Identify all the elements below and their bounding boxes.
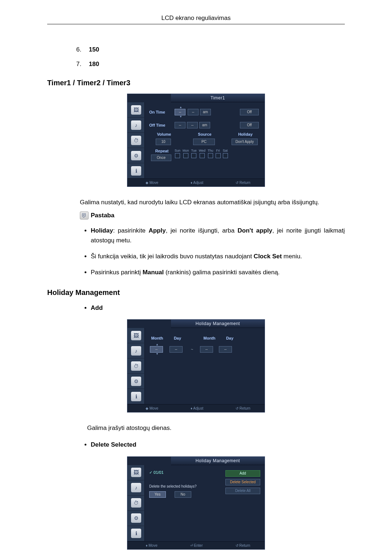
- no-button[interactable]: No: [175, 491, 191, 498]
- picture-icon: 🖼: [127, 465, 145, 480]
- osd-footer: ◆ Move ♦ Adjust ↺ Return: [127, 404, 265, 412]
- footer-return: ↺ Return: [232, 181, 250, 185]
- osd-footer: ◆ Move ♦ Adjust ↺ Return: [127, 178, 265, 186]
- list-number: 7.: [76, 61, 87, 68]
- holiday-delete-osd: Holiday Management 🖼 ♪ ⏱ ⚙ ℹ ✓ 01/01 Del…: [127, 456, 265, 550]
- add-label: Add: [91, 304, 103, 311]
- sound-icon: ♪: [127, 480, 145, 496]
- note-label: Pastaba: [91, 212, 114, 219]
- sound-icon: ♪: [127, 343, 145, 358]
- info-icon: ℹ: [127, 389, 145, 404]
- on-time-status[interactable]: Off: [240, 109, 259, 115]
- timer-note-holiday: Holiday: pasirinkite Apply, jei norite i…: [91, 226, 345, 245]
- holiday-add-osd: Holiday Management 🖼 ♪ ⏱ ⚙ ℹ Month Da: [127, 319, 265, 413]
- list-value: 150: [89, 46, 99, 53]
- delete-prompt: Delete the selected holidays?: [149, 484, 222, 488]
- day-checkbox[interactable]: [223, 153, 228, 158]
- page-header: LCD ekrano reguliavimas: [47, 15, 345, 24]
- day-checkbox[interactable]: [191, 153, 196, 158]
- footer-move: ♦ Move: [142, 543, 158, 547]
- timer-note-clockset: Ši funkcija veikia, tik jei laikrodis bu…: [91, 252, 345, 261]
- footer-adjust: ♦ Adjust: [187, 406, 203, 410]
- day-label: Tue: [191, 149, 197, 152]
- settings-icon: ⚙: [127, 511, 145, 526]
- on-time-ampm[interactable]: am: [200, 109, 211, 115]
- footer-enter: ⏎ Enter: [186, 543, 203, 547]
- day-checkboxes: Sun Mon Tue Wed Thu Fri Sat: [175, 149, 228, 158]
- picture-icon: 🖼: [127, 328, 145, 343]
- source-label: Source: [198, 132, 211, 136]
- timer-osd-screenshot: Timer1 🖼 ♪ ⏱ ⚙ ℹ On Time ▲ -- ▼: [127, 94, 265, 187]
- day-checkbox[interactable]: [183, 153, 188, 158]
- info-icon: ℹ: [127, 163, 145, 178]
- holiday-date-row[interactable]: ✓ 01/01: [149, 470, 222, 475]
- off-time-hour[interactable]: --: [175, 122, 185, 128]
- delete-selected-item: Delete Selected: [91, 440, 345, 450]
- timer-note-manual: Pasirinkus parinktį Manual (rankinis) ga…: [91, 268, 345, 277]
- day-checkbox[interactable]: [216, 153, 221, 158]
- yes-button[interactable]: Yes: [149, 491, 166, 498]
- day-label: Mon: [183, 149, 189, 152]
- footer-move: ◆ Move: [142, 406, 158, 410]
- off-time-ampm[interactable]: am: [199, 122, 210, 128]
- on-time-label: On Time: [149, 110, 175, 114]
- osd-title: Holiday Management: [171, 320, 265, 328]
- off-time-min[interactable]: --: [187, 122, 198, 128]
- volume-label: Volume: [157, 132, 171, 136]
- list-item: 7. 180: [76, 61, 345, 68]
- osd-title: Timer1: [171, 94, 265, 102]
- holiday-value[interactable]: Don't Apply: [232, 139, 258, 145]
- add-item: Add: [91, 303, 345, 313]
- list-value: 180: [89, 61, 99, 67]
- day-label: Thu: [208, 149, 213, 152]
- day-label: Day: [174, 336, 181, 340]
- day-label: Sun: [175, 149, 180, 152]
- delete-selected-label: Delete Selected: [91, 441, 136, 448]
- day-label: Wed: [199, 149, 205, 152]
- numbered-list: 6. 150 7. 180: [76, 46, 345, 68]
- off-time-label: Off Time: [149, 123, 175, 127]
- start-month[interactable]: --: [150, 346, 163, 353]
- timer-icon: ⏱: [127, 133, 145, 148]
- info-icon: ℹ: [127, 526, 145, 541]
- off-time-status[interactable]: Off: [240, 122, 259, 128]
- volume-value[interactable]: 10: [156, 139, 171, 145]
- repeat-value[interactable]: Once: [151, 155, 171, 161]
- repeat-label: Repeat: [155, 149, 169, 153]
- start-day[interactable]: --: [170, 346, 183, 353]
- footer-return: ↺ Return: [232, 543, 250, 547]
- section-heading-timer: Timer1 / Timer2 / Timer3: [47, 79, 345, 87]
- osd-title: Holiday Management: [171, 457, 265, 465]
- delete-selected-button[interactable]: Delete Selected: [225, 479, 260, 485]
- sound-icon: ♪: [127, 118, 145, 133]
- day-label: Fri: [216, 149, 220, 152]
- holiday-add-desc: Galima įrašyti atostogų dienas.: [87, 423, 345, 433]
- end-day[interactable]: --: [219, 346, 232, 353]
- timer-icon: ⏱: [127, 358, 145, 374]
- delete-all-button[interactable]: Delete All: [225, 488, 260, 494]
- note-icon: [80, 212, 89, 219]
- footer-adjust: ♦ Adjust: [187, 181, 203, 185]
- timer-description: Galima nustatyti, kad nurodytu laiku LCD…: [80, 198, 345, 207]
- osd-sidebar: 🖼 ♪ ⏱ ⚙ ℹ: [127, 102, 145, 178]
- add-button[interactable]: Add: [225, 470, 260, 477]
- settings-icon: ⚙: [127, 374, 145, 389]
- day-checkbox[interactable]: [200, 153, 205, 158]
- day-checkbox[interactable]: [208, 153, 213, 158]
- footer-move: ◆ Move: [142, 181, 158, 185]
- day-label: Sat: [223, 149, 228, 152]
- picture-icon: 🖼: [127, 102, 145, 118]
- on-time-min[interactable]: --: [188, 109, 199, 115]
- timer-icon: ⏱: [127, 496, 145, 511]
- section-heading-holiday: Holiday Management: [47, 288, 345, 297]
- on-time-hour[interactable]: --: [175, 109, 185, 115]
- osd-footer: ♦ Move ⏎ Enter ↺ Return: [127, 541, 265, 549]
- source-value[interactable]: PC: [193, 139, 215, 145]
- settings-icon: ⚙: [127, 148, 145, 163]
- list-number: 6.: [76, 46, 87, 53]
- day-checkbox[interactable]: [175, 153, 180, 158]
- end-month[interactable]: --: [200, 346, 213, 353]
- month-label: Month: [204, 336, 216, 340]
- list-item: 6. 150: [76, 46, 345, 53]
- holiday-label: Holiday: [238, 132, 253, 136]
